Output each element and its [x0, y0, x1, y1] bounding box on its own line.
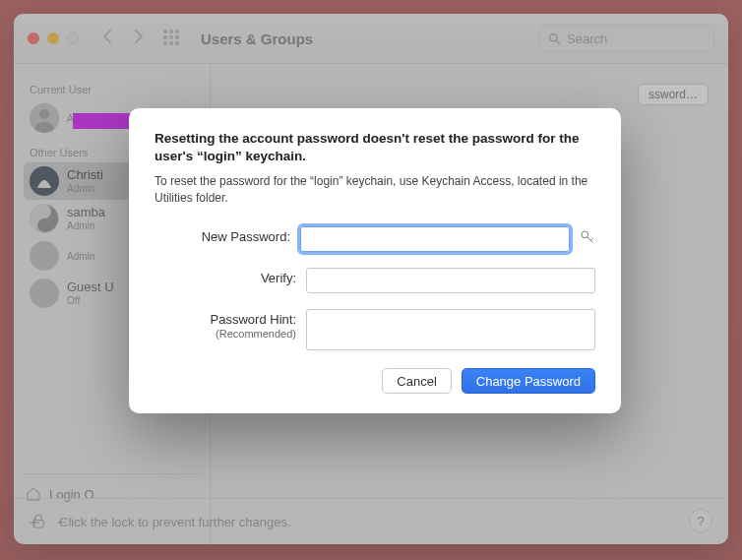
user-name: samba — [67, 206, 105, 219]
titlebar: Users & Groups Search — [14, 14, 728, 64]
avatar — [30, 204, 59, 233]
show-all-icon[interactable] — [163, 30, 181, 47]
avatar — [30, 103, 59, 133]
user-role: Admin — [67, 183, 103, 194]
verify-password-input[interactable] — [306, 268, 595, 293]
lock-icon[interactable] — [30, 513, 47, 530]
verify-label: Verify: — [155, 268, 306, 286]
user-role: Off — [67, 295, 114, 306]
nav-arrows — [100, 29, 146, 48]
avatar — [30, 166, 59, 196]
svg-line-10 — [590, 238, 592, 240]
change-password-button[interactable]: Change Password — [462, 368, 595, 394]
hint-label: Password Hint: (Recommended) — [155, 309, 306, 341]
current-user-section-label: Current User — [30, 84, 204, 95]
hint-label-text: Password Hint: — [211, 312, 296, 327]
user-role: Admin — [67, 251, 94, 262]
dialog-description: To reset the password for the “login” ke… — [155, 173, 595, 207]
hint-label-sub: (Recommended) — [155, 328, 296, 341]
new-password-input[interactable] — [300, 226, 570, 252]
user-name: Guest U — [67, 280, 114, 294]
avatar — [30, 241, 59, 271]
forward-button[interactable] — [130, 29, 146, 48]
footer-text: Click the lock to prevent further change… — [59, 515, 291, 529]
new-password-label: New Password: — [155, 226, 300, 245]
svg-line-1 — [556, 40, 559, 43]
window-controls — [28, 32, 79, 44]
back-button[interactable] — [100, 29, 116, 48]
search-field[interactable]: Search — [539, 25, 714, 52]
search-icon — [548, 32, 561, 45]
svg-point-3 — [39, 109, 49, 119]
dialog-heading: Resetting the account password doesn't r… — [155, 130, 595, 165]
password-hint-input[interactable] — [306, 309, 595, 350]
search-placeholder: Search — [567, 31, 607, 46]
avatar — [30, 279, 59, 308]
reset-password-button[interactable]: ssword… — [638, 84, 709, 105]
minimize-window-button[interactable] — [47, 32, 59, 44]
cancel-button[interactable]: Cancel — [382, 368, 451, 394]
user-name: Christi — [67, 168, 103, 182]
reset-password-dialog: Resetting the account password doesn't r… — [129, 108, 621, 413]
user-role: Admin — [67, 220, 105, 231]
zoom-window-button[interactable] — [67, 32, 79, 44]
close-window-button[interactable] — [28, 32, 39, 44]
help-button[interactable]: ? — [689, 509, 712, 532]
svg-rect-7 — [33, 521, 44, 529]
key-icon[interactable] — [580, 229, 595, 249]
footer: Click the lock to prevent further change… — [14, 498, 728, 544]
window-title: Users & Groups — [201, 31, 313, 47]
